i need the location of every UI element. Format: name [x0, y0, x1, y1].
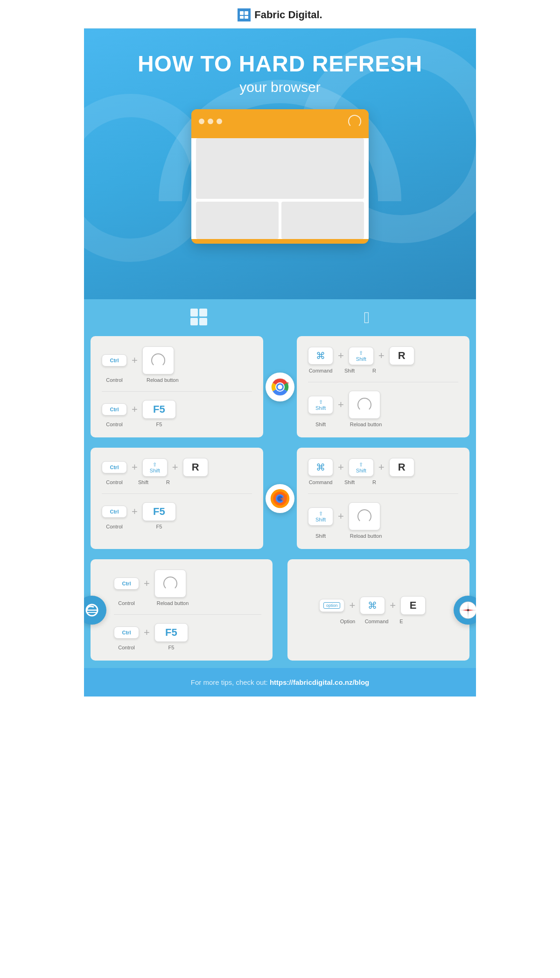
- key-option-safari: option: [319, 599, 345, 612]
- key-r-1: R: [389, 346, 414, 365]
- shift-arrow-ff-m2: ⇧: [319, 511, 323, 517]
- firefox-section: Ctrl + ⇧ Shift + R Control Shift R: [84, 445, 476, 552]
- safari-combo-wrapper: option + ⌘ + E Option Command: [299, 596, 446, 624]
- hero-title-line2: your browser: [93, 79, 467, 95]
- key-cmd-ff1-symbol: ⌘: [316, 462, 325, 473]
- plus-safari1: +: [349, 599, 355, 612]
- footer-link[interactable]: https://fabricdigital.co.nz/blog: [270, 678, 369, 686]
- svg-rect-3: [245, 16, 248, 19]
- firefox-win-combo1-labels: Control Shift R: [102, 479, 252, 485]
- key-e-safari: E: [400, 596, 426, 615]
- plus-1: +: [132, 354, 138, 366]
- label-ff-m-shift-2: Shift: [308, 533, 333, 539]
- plus-ff3: +: [132, 506, 138, 518]
- key-ctrl-label-2: Ctrl: [110, 407, 119, 412]
- label-r-1: R: [366, 368, 383, 373]
- windows-os-label: [190, 309, 207, 327]
- key-ctrl-2: Ctrl: [102, 403, 127, 415]
- browser-dot-1: [199, 119, 204, 124]
- safari-icon-circle: [454, 596, 476, 625]
- key-ctrl-1: Ctrl: [102, 354, 127, 366]
- browser-mockup: [191, 109, 369, 244]
- browser-content: [191, 138, 369, 239]
- label-ff-m-reload-1: Reload button: [347, 533, 385, 539]
- label-control-1: Control: [102, 377, 127, 383]
- firefox-win-combo1: Ctrl + ⇧ Shift + R: [102, 458, 252, 477]
- plus-4: +: [378, 350, 385, 362]
- key-f5-ff1-label: F5: [147, 506, 172, 518]
- ie-combo2-labels: Control F5: [114, 645, 261, 650]
- key-cmd-symbol-1: ⌘: [316, 350, 325, 361]
- hero-title-line1: HOW TO HARD REFRESH: [93, 52, 467, 77]
- plus-ff1: +: [132, 461, 138, 473]
- key-shift-2: ⇧ Shift: [308, 396, 333, 414]
- browser-bottom-row: [196, 202, 364, 239]
- shift-text-ff-m2: Shift: [315, 517, 326, 522]
- key-r-label-1: R: [398, 350, 406, 362]
- plus-2: +: [132, 403, 138, 415]
- ie-win-combo2: Ctrl + F5: [114, 623, 261, 642]
- svg-rect-0: [240, 11, 244, 15]
- ie-icon: [84, 601, 101, 619]
- header: Fabric Digital.: [84, 0, 476, 28]
- apple-icon: : [364, 309, 370, 326]
- key-ctrl-ff1-label: Ctrl: [110, 464, 119, 470]
- logo-text: Fabric Digital.: [254, 9, 322, 21]
- plus-3: +: [338, 350, 344, 362]
- firefox-mac-panel: ⌘ + ⇧ Shift + R Command Shift R: [297, 448, 469, 549]
- reload-icon-ff-m1: [357, 509, 371, 523]
- label-f5-1: F5: [147, 422, 172, 427]
- firefox-mac-combo1-labels: Command Shift R: [308, 479, 458, 485]
- firefox-panels: Ctrl + ⇧ Shift + R Control Shift R: [91, 448, 469, 549]
- key-ctrl-ff1: Ctrl: [102, 461, 127, 473]
- svg-rect-2: [240, 16, 244, 19]
- firefox-mac-divider: [308, 493, 458, 494]
- plus-ie2: +: [144, 626, 150, 639]
- key-option-label: option: [323, 602, 341, 609]
- browser-dot-2: [208, 119, 213, 124]
- chrome-mac-combo2: ⇧ Shift +: [308, 391, 458, 419]
- hero-section: HOW TO HARD REFRESH your browser: [84, 28, 476, 299]
- label-safari-option: Option: [335, 619, 360, 624]
- svg-rect-1: [245, 11, 248, 15]
- shift-text-ff-m1: Shift: [356, 468, 366, 473]
- key-reload-ff-m1: [349, 502, 380, 530]
- browser-dots: [199, 119, 222, 124]
- key-ctrl-ff2-label: Ctrl: [110, 509, 119, 514]
- label-control-2: Control: [102, 422, 127, 427]
- label-safari-cmd: Command: [364, 619, 389, 624]
- key-f5-1: F5: [142, 400, 176, 419]
- label-ie-ctrl-1: Control: [114, 600, 139, 606]
- plus-safari2: +: [390, 599, 396, 612]
- firefox-icon: [270, 489, 290, 508]
- ie-win-combo1: Ctrl +: [114, 570, 261, 598]
- label-ff-ctrl-2: Control: [102, 524, 127, 529]
- plus-ff-m2: +: [378, 461, 385, 473]
- label-ff-m-cmd-1: Command: [308, 479, 333, 485]
- footer: For more tips, check out: https://fabric…: [84, 668, 476, 697]
- reload-icon-ie1: [163, 577, 177, 591]
- browser-bottom-right: [281, 202, 364, 239]
- key-e-label: E: [410, 599, 417, 612]
- key-cmd-1: ⌘: [308, 347, 333, 365]
- chrome-icon: [271, 378, 289, 396]
- safari-panel: option + ⌘ + E Option Command: [287, 559, 469, 661]
- ie-icon-circle: [84, 596, 106, 625]
- label-ie-reload-1: Reload button: [154, 600, 191, 606]
- reload-icon-2: [357, 398, 371, 412]
- svg-point-9: [278, 385, 282, 389]
- chrome-icon-circle: [266, 373, 294, 401]
- chrome-mac-combo1-labels: Command Shift R: [308, 368, 458, 373]
- label-ff-shift-1: Shift: [131, 479, 156, 485]
- browser-toolbar: [191, 109, 369, 134]
- firefox-icon-circle: [266, 484, 294, 513]
- logo-icon: [238, 8, 251, 21]
- key-cmd-safari: ⌘: [360, 597, 385, 614]
- label-safari-e: E: [393, 619, 410, 624]
- key-r-ff1: R: [183, 458, 208, 477]
- safari-mac-combo1: option + ⌘ + E: [299, 596, 446, 615]
- chrome-windows-panel: Ctrl + Control Reload button Ctrl: [91, 336, 263, 437]
- label-ie-f5-1: F5: [159, 645, 184, 650]
- firefox-win-divider: [102, 493, 252, 494]
- shift-arrow-ff-m1: ⇧: [359, 462, 363, 468]
